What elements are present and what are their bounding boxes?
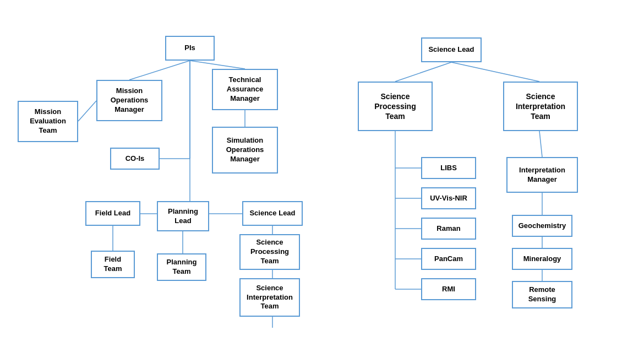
science-proc-right-node: ScienceProcessingTeam bbox=[358, 82, 433, 131]
science-interp-left-node: ScienceInterpretationTeam bbox=[239, 278, 300, 317]
field-team-node: FieldTeam bbox=[91, 251, 135, 278]
field-lead-node: Field Lead bbox=[85, 201, 140, 226]
svg-line-1 bbox=[190, 61, 245, 69]
science-proc-left-node: ScienceProcessingTeam bbox=[239, 234, 300, 270]
mission-eval-node: MissionEvaluationTeam bbox=[18, 101, 78, 142]
mission-ops-node: MissionOperationsManager bbox=[96, 80, 162, 121]
svg-line-5 bbox=[78, 101, 96, 121]
pancam-node: PanCam bbox=[421, 248, 476, 270]
science-interp-right-node: ScienceInterpretationTeam bbox=[503, 82, 578, 131]
svg-line-24 bbox=[539, 131, 542, 157]
planning-lead-node: PlanningLead bbox=[157, 201, 209, 231]
tech-assurance-node: TechnicalAssuranceManager bbox=[212, 69, 278, 110]
rmi-node: RMI bbox=[421, 278, 476, 300]
svg-line-16 bbox=[395, 62, 451, 82]
interp-manager-node: InterpretationManager bbox=[506, 157, 578, 193]
pis-node: PIs bbox=[165, 36, 215, 61]
svg-line-17 bbox=[451, 62, 539, 82]
planning-team-node: PlanningTeam bbox=[157, 253, 206, 281]
svg-line-0 bbox=[129, 61, 190, 80]
diagram-container: PIs MissionOperationsManager TechnicalAs… bbox=[0, 0, 644, 363]
mineralogy-node: Mineralogy bbox=[512, 248, 572, 270]
raman-node: Raman bbox=[421, 218, 476, 240]
uv-vis-node: UV-Vis-NIR bbox=[421, 187, 476, 209]
sim-ops-node: SimulationOperationsManager bbox=[212, 127, 278, 174]
science-lead-right-node: Science Lead bbox=[421, 37, 482, 62]
libs-node: LIBS bbox=[421, 157, 476, 179]
co-is-node: CO-Is bbox=[110, 148, 160, 170]
geochemistry-node: Geochemistry bbox=[512, 215, 572, 237]
remote-sensing-node: RemoteSensing bbox=[512, 281, 572, 308]
science-lead-left-node: Science Lead bbox=[242, 201, 303, 226]
